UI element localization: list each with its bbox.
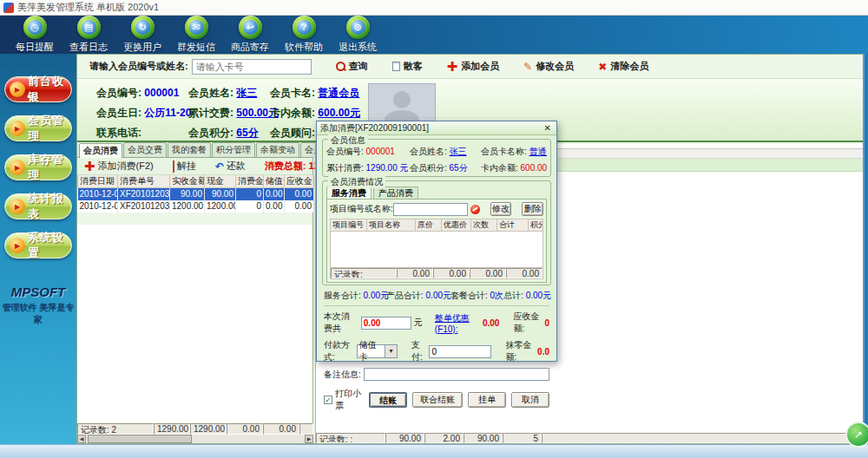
status-bar: [0, 444, 868, 458]
member-balance[interactable]: 600.00元: [318, 107, 360, 119]
consume-detail-group: 会员消费情况 服务消费 产品消费 项目编号或名称: 修改 删除 项目编号项目名称: [322, 180, 551, 285]
clear-member-button[interactable]: ✖ 清除会员: [598, 60, 648, 73]
brand-logo: MPSOFT 管理软件 美萍是专家: [0, 285, 76, 326]
sms-icon: ✉: [185, 16, 208, 39]
payment-method-select[interactable]: 储值卡 ▼: [357, 344, 398, 358]
horizontal-scrollbar[interactable]: ◀ ▶: [77, 435, 313, 443]
method-label: 付款方式:: [324, 339, 354, 363]
chevron-down-icon: ▼: [385, 345, 397, 357]
tab-packages[interactable]: 我的套餐: [168, 142, 211, 157]
dialog-title-bar: 添加消费[XF202009190001] ✕: [317, 121, 556, 135]
tab-consume[interactable]: 会员消费: [79, 143, 122, 158]
dlg-member-points: 65分: [450, 163, 468, 173]
consume-table-footer: 记录数: 2 1290.00 1290.00 0.00 0.00: [77, 423, 313, 435]
item-table: 项目编号项目名称 原价优惠价 次数合计 积分: [330, 219, 543, 232]
toolbar-mass-sms[interactable]: ✉ 群发短信: [170, 16, 222, 54]
amount-input[interactable]: [361, 317, 411, 330]
sidebar-item-members[interactable]: ▶ 会员管理: [4, 115, 72, 141]
add-consume-button[interactable]: ✚ 添加消费(F2): [84, 160, 154, 173]
toolbar-switch-user[interactable]: ↻ 更换用户: [116, 16, 168, 54]
record-count: 记录数: :: [316, 433, 385, 443]
member-points-label: 会员积分:: [188, 127, 233, 139]
scroll-right-icon[interactable]: ▶: [305, 435, 313, 443]
settle-button[interactable]: 结账: [369, 392, 407, 408]
pay-amount-input[interactable]: [429, 345, 491, 358]
toolbar-daily-reminder[interactable]: ◷ 每日提醒: [9, 16, 61, 54]
app-window: 美萍美发管理系统 单机版 2020v1 ◷ 每日提醒 ▤ 查看日志 ↻ 更换用户…: [0, 0, 868, 458]
floating-assist-button[interactable]: ↗: [845, 422, 868, 448]
group-legend: 会员信息: [328, 134, 368, 147]
tab-balance[interactable]: 余额变动: [256, 142, 299, 157]
member-name[interactable]: 张三: [236, 87, 257, 99]
close-icon[interactable]: ✕: [542, 123, 553, 133]
sidebar-item-reports[interactable]: ▶ 统计报表: [4, 193, 72, 219]
hang-order-button[interactable]: 挂单: [468, 392, 506, 408]
item-code-input[interactable]: [393, 203, 468, 216]
toolbar-help[interactable]: ? 软件帮助: [278, 16, 330, 54]
dialog-tab-strip: 服务消费 产品消费: [326, 186, 547, 199]
member-card[interactable]: 普通会员: [318, 87, 359, 99]
member-name-label: 会员姓名:: [188, 87, 233, 99]
table-row[interactable]: 2010-12-03 16:XF2010120340 90.0090.00 00…: [78, 188, 314, 200]
detail-footer: 记录数: : 90.00 2.00 90.00 5: [316, 433, 863, 443]
joint-settle-button[interactable]: 联合结账: [412, 392, 463, 408]
member-search-bar: 请输入会员编号或姓名: 查询 散客 ✚ 添加会员 ✎ 修改会员 ✖ 清除会员: [77, 55, 863, 79]
scroll-thumb[interactable]: [88, 435, 192, 443]
cancel-button[interactable]: 取消: [511, 392, 549, 408]
log-icon: ▤: [77, 16, 101, 39]
plus-icon: ✚: [447, 62, 458, 71]
table-empty-area: [77, 225, 312, 422]
member-points[interactable]: 65分: [236, 127, 258, 139]
sidebar-item-cashier[interactable]: ▶ 前台收银: [4, 76, 72, 102]
table-row[interactable]: 2010-12-03 16:XF2010120330 1200.001200.0…: [78, 200, 314, 213]
toolbar-exit[interactable]: ⊙ 退出系统: [332, 16, 384, 54]
print-receipt-checkbox[interactable]: ✓: [324, 396, 332, 404]
product-total: 0.00元: [426, 291, 451, 300]
member-photo: [368, 83, 436, 125]
amount-label: 本次消费共: [324, 311, 358, 335]
scroll-left-icon[interactable]: ◀: [77, 435, 86, 443]
tab-points[interactable]: 积分管理: [212, 142, 255, 157]
member-card-label: 会员卡名:: [270, 87, 315, 99]
delete-item-button[interactable]: 删除: [522, 202, 543, 216]
dialog-title: 添加消费[XF202009190001]: [320, 122, 542, 134]
member-birthday-label: 会员生日:: [96, 107, 141, 119]
round-value: 0.0: [537, 347, 549, 357]
unhang-button[interactable]: 解挂: [173, 160, 196, 173]
note-row: 备注信息:: [324, 368, 549, 381]
locate-icon[interactable]: [470, 205, 480, 214]
consume-toolbar: ✚ 添加消费(F2) 解挂 ↶ 还款 消费总额: 1290.00: [77, 158, 312, 175]
item-table-header: 项目编号项目名称 原价优惠价 次数合计 积分: [331, 219, 543, 232]
tab-product-consume[interactable]: 产品消费: [373, 186, 418, 199]
search-input[interactable]: [192, 59, 312, 75]
consume-table-header: 消费日期消费单号 实收金额现金 消费金额储值卡 应收金额: [78, 175, 314, 188]
tab-service-consume[interactable]: 服务消费: [326, 186, 372, 199]
member-paid-label: 累计交费:: [188, 107, 233, 119]
query-button[interactable]: 查询: [336, 60, 368, 73]
note-input[interactable]: [364, 368, 549, 381]
item-input-label: 项目编号或名称:: [330, 203, 393, 215]
consume-table: 消费日期消费单号 实收金额现金 消费金额储值卡 应收金额 2010-12-03 …: [77, 175, 314, 213]
plus-icon: ✚: [84, 161, 95, 171]
walkin-button[interactable]: 散客: [392, 60, 423, 73]
play-icon: ▶: [10, 82, 25, 97]
modify-item-button[interactable]: 修改: [490, 202, 512, 216]
sidebar-item-settings[interactable]: ▶ 系统设置: [4, 232, 72, 258]
window-title: 美萍美发管理系统 单机版 2020v1: [17, 1, 159, 14]
tab-payment[interactable]: 会员交费: [123, 142, 167, 157]
repay-button[interactable]: ↶ 还款: [215, 160, 246, 173]
add-member-button[interactable]: ✚ 添加会员: [447, 60, 500, 73]
payment-method-value: 储值卡: [358, 339, 385, 363]
group-legend: 会员消费情况: [328, 176, 385, 188]
print-receipt-label: 打印小票: [335, 388, 364, 412]
toolbar-view-log[interactable]: ▤ 查看日志: [62, 16, 115, 54]
toolbar-goods-storage[interactable]: ↩ 商品寄存: [224, 16, 276, 54]
member-detail-panel: 会员消费 会员交费 我的套餐 积分管理 余额变动 会员事件 备注提醒 ✚ 添加消…: [77, 144, 313, 443]
note-icon: [173, 161, 174, 172]
member-info-group: 会员信息 会员编号: 000001 会员姓名: 张三 会员卡名称: 普通会员 累…: [322, 139, 551, 177]
sidebar-item-inventory[interactable]: ▶ 库存管理: [4, 154, 72, 180]
member-advisor-label: 会员顾问:: [270, 127, 315, 139]
dlg-member-consumed: 1290.00 元: [366, 163, 409, 173]
order-discount-link[interactable]: 整单优惠(F10):: [435, 312, 481, 334]
modify-member-button[interactable]: ✎ 修改会员: [523, 60, 574, 73]
